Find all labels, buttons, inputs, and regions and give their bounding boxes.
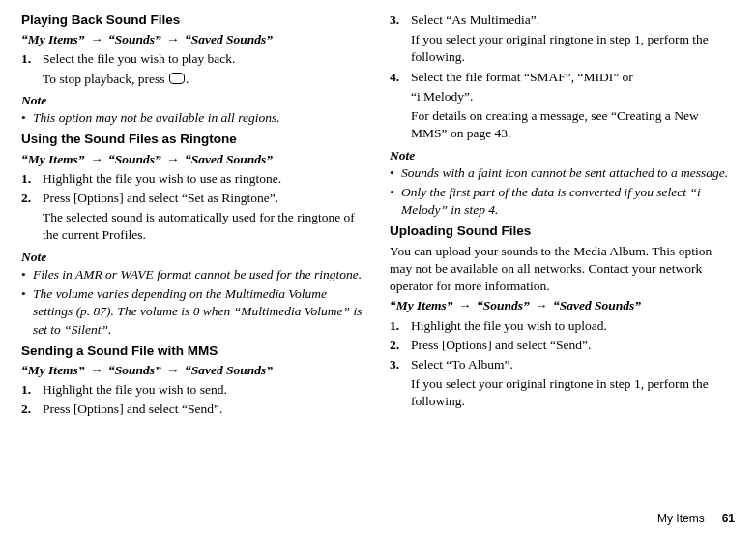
step-item: 1. Highlight the file you wish to use as… <box>21 170 366 188</box>
note-text: Only the first part of the data is conve… <box>401 184 735 219</box>
nav-my-items: “My Items” <box>21 32 85 46</box>
step-number: 2. <box>390 337 411 354</box>
step-text: Select “To Album”. <box>411 356 735 373</box>
step-item: 1. Highlight the file you wish to send. <box>21 381 366 399</box>
step-item: 3. Select “To Album”. <box>390 356 735 373</box>
step-item: 2. Press [Options] and select “Set as Ri… <box>21 190 366 207</box>
arrow-right-icon: → <box>530 298 553 312</box>
step-text: Highlight the file you wish to use as ri… <box>43 170 366 188</box>
text-fragment: To stop playback, press <box>43 72 168 86</box>
step-number: 3. <box>390 356 411 373</box>
step-text: Select the file format “SMAF”, “MIDI” or <box>411 69 735 86</box>
page-number: 61 <box>722 512 735 525</box>
page: Playing Back Sound Files “My Items” → “S… <box>0 0 756 533</box>
heading-uploading: Uploading Sound Files <box>390 222 735 240</box>
paragraph: You can upload your sounds to the Media … <box>390 243 735 296</box>
note-text: The volume varies depending on the Multi… <box>33 285 366 339</box>
step-subtext: To stop playback, press . <box>43 71 366 88</box>
bullet-icon: • <box>390 164 401 182</box>
arrow-right-icon: → <box>85 363 108 377</box>
step-text: Select the file you wish to play back. <box>43 50 366 68</box>
nav-my-items: “My Items” <box>390 298 453 312</box>
step-number: 1. <box>21 170 43 188</box>
step-number: 1. <box>21 50 43 68</box>
step-subtext: If you select your original ringtone in … <box>411 31 735 66</box>
page-footer: My Items 61 <box>21 502 735 525</box>
right-column: 3. Select “As Multimedia”. If you select… <box>390 12 735 502</box>
step-text: Select “As Multimedia”. <box>411 12 735 29</box>
step-number: 4. <box>390 69 411 86</box>
nav-sounds: “Sounds” <box>477 298 530 312</box>
nav-sounds: “Sounds” <box>108 32 161 46</box>
step-item: 1. Select the file you wish to play back… <box>21 50 366 68</box>
step-item: 4. Select the file format “SMAF”, “MIDI”… <box>390 69 735 86</box>
step-number: 3. <box>390 12 411 29</box>
step-text: Press [Options] and select “Send”. <box>411 337 735 354</box>
arrow-right-icon: → <box>85 152 108 166</box>
arrow-right-icon: → <box>161 363 185 377</box>
step-number: 1. <box>390 317 411 335</box>
text-fragment: Select the file format “SMAF”, “MIDI” or <box>411 70 633 84</box>
two-column-layout: Playing Back Sound Files “My Items” → “S… <box>21 12 735 502</box>
step-item: 2. Press [Options] and select “Send”. <box>390 337 735 354</box>
note-bullet: • Sounds with a faint icon cannot be sen… <box>390 164 735 182</box>
arrow-right-icon: → <box>161 152 185 166</box>
nav-saved-sounds: “Saved Sounds” <box>553 298 641 312</box>
nav-path: “My Items” → “Sounds” → “Saved Sounds” <box>21 362 366 379</box>
heading-ringtone: Using the Sound Files as Ringtone <box>21 131 366 148</box>
left-column: Playing Back Sound Files “My Items” → “S… <box>21 12 366 502</box>
step-text: Press [Options] and select “Set as Ringt… <box>43 190 366 207</box>
nav-path: “My Items” → “Sounds” → “Saved Sounds” <box>21 151 366 168</box>
step-text: Highlight the file you wish to upload. <box>411 317 735 335</box>
nav-sounds: “Sounds” <box>108 152 161 166</box>
step-item: 2. Press [Options] and select “Send”. <box>21 400 366 418</box>
note-label: Note <box>390 147 735 164</box>
nav-sounds: “Sounds” <box>108 363 161 377</box>
step-item: 3. Select “As Multimedia”. <box>390 12 735 29</box>
bullet-icon: • <box>390 184 401 219</box>
step-text: Press [Options] and select “Send”. <box>43 400 366 418</box>
footer-section-title: My Items <box>657 512 705 525</box>
nav-path: “My Items” → “Sounds” → “Saved Sounds” <box>390 297 735 314</box>
step-item: 1. Highlight the file you wish to upload… <box>390 317 735 335</box>
step-subtext: “i Melody”. <box>411 88 735 105</box>
note-label: Note <box>21 92 366 109</box>
bullet-icon: • <box>21 285 33 339</box>
step-subtext: For details on creating a message, see “… <box>411 107 735 142</box>
note-bullet: • Files in AMR or WAVE format cannot be … <box>21 266 366 283</box>
step-subtext: If you select your original ringtone in … <box>411 375 735 410</box>
bullet-icon: • <box>21 109 33 127</box>
bullet-icon: • <box>21 266 33 283</box>
nav-saved-sounds: “Saved Sounds” <box>185 152 273 166</box>
step-number: 1. <box>21 381 43 399</box>
note-text: This option may not be available in all … <box>33 109 366 127</box>
arrow-right-icon: → <box>161 32 185 46</box>
step-number: 2. <box>21 190 43 207</box>
center-key-icon <box>169 73 185 84</box>
nav-path: “My Items” → “Sounds” → “Saved Sounds” <box>21 31 366 48</box>
note-bullet: • Only the first part of the data is con… <box>390 184 735 219</box>
arrow-right-icon: → <box>453 298 477 312</box>
nav-my-items: “My Items” <box>21 363 85 377</box>
note-label: Note <box>21 249 366 266</box>
heading-mms: Sending a Sound File with MMS <box>21 342 366 360</box>
note-text: Sounds with a faint icon cannot be sent … <box>401 164 735 182</box>
step-subtext: The selected sound is automatically used… <box>43 209 366 244</box>
note-text: Files in AMR or WAVE format cannot be us… <box>33 266 366 283</box>
nav-saved-sounds: “Saved Sounds” <box>185 363 273 377</box>
nav-my-items: “My Items” <box>21 152 85 166</box>
nav-saved-sounds: “Saved Sounds” <box>185 32 273 46</box>
step-text: Highlight the file you wish to send. <box>43 381 366 399</box>
arrow-right-icon: → <box>85 32 108 46</box>
text-fragment: . <box>186 72 189 86</box>
note-bullet: • The volume varies depending on the Mul… <box>21 285 366 339</box>
step-number: 2. <box>21 400 43 418</box>
heading-playing-back: Playing Back Sound Files <box>21 12 366 29</box>
note-bullet: • This option may not be available in al… <box>21 109 366 127</box>
